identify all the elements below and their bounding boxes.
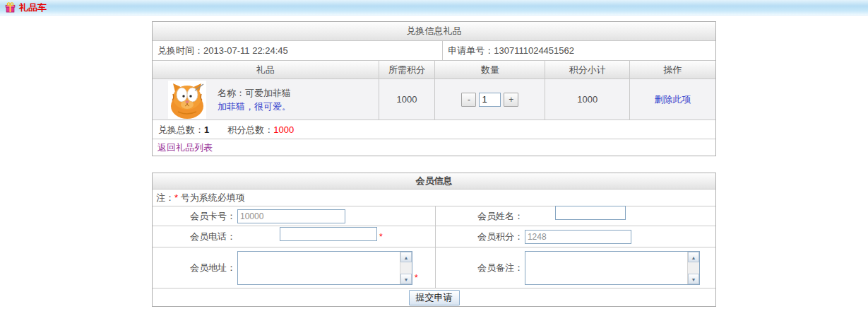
back-link-row: 返回礼品列表 xyxy=(153,139,715,156)
total-points-value: 1000 xyxy=(273,124,294,135)
back-to-gift-list-link[interactable]: 返回礼品列表 xyxy=(157,142,213,153)
gift-detail-link[interactable]: 加菲猫，很可爱。 xyxy=(218,101,291,112)
member-remark-cell: 会员备注： ▲ ▼ xyxy=(436,247,715,288)
member-row-phone-points: 会员电话： * 会员积分： xyxy=(153,226,715,247)
member-row-card-name: 会员卡号： 会员姓名： xyxy=(153,206,715,226)
gift-description: 名称：可爱加菲猫 加菲猫，很可爱。 xyxy=(218,86,291,113)
totals-row: 兑换总数：1积分总数：1000 xyxy=(153,119,715,139)
gift-item-row: 名称：可爱加菲猫 加菲猫，很可爱。 1000 - + 1000 删除此项 xyxy=(153,78,715,119)
exchange-time-cell: 兑换时间：2013-07-11 22:24:45 xyxy=(153,41,443,60)
member-table-title: 会员信息 xyxy=(153,173,715,189)
card-number-input xyxy=(237,209,345,223)
note-prefix: 注： xyxy=(156,192,174,203)
member-remark-label: 会员备注： xyxy=(436,262,523,274)
column-header-operation: 操作 xyxy=(629,61,715,78)
required-points-cell: 1000 xyxy=(379,79,435,119)
address-required-star: * xyxy=(415,273,418,283)
delete-item-link[interactable]: 删除此项 xyxy=(655,93,691,106)
quantity-plus-button[interactable]: + xyxy=(504,93,518,107)
gift-item-photo xyxy=(168,81,206,119)
card-number-cell: 会员卡号： xyxy=(153,206,436,226)
member-points-cell: 会员积分： xyxy=(436,226,715,247)
phone-required-star: * xyxy=(379,232,383,242)
operation-cell: 删除此项 xyxy=(629,79,715,119)
gift-name-label: 名称： xyxy=(218,88,245,98)
order-number-label: 申请单号： xyxy=(448,45,494,56)
scroll-up-icon[interactable]: ▲ xyxy=(400,252,412,262)
order-number-value: 1307111024451562 xyxy=(494,45,574,56)
address-scrollbar[interactable]: ▲ ▼ xyxy=(400,252,412,284)
scroll-down-icon[interactable]: ▼ xyxy=(688,274,699,284)
member-name-cell: 会员姓名： xyxy=(436,206,715,226)
submit-application-button[interactable]: 提交申请 xyxy=(409,290,460,305)
column-header-subtotal: 积分小计 xyxy=(545,61,629,78)
member-name-input[interactable] xyxy=(555,206,626,220)
column-header-gift: 礼品 xyxy=(153,61,379,78)
titlebar: 礼品车 xyxy=(0,0,868,16)
gift-name: 可爱加菲猫 xyxy=(245,88,291,98)
scroll-down-icon[interactable]: ▼ xyxy=(400,274,412,284)
note-text: 号为系统必填项 xyxy=(178,192,245,203)
member-info-table: 会员信息 注：* 号为系统必填项 会员卡号： 会员姓名： 会员电话： * 会员积… xyxy=(152,173,716,307)
member-remark-textarea[interactable] xyxy=(525,252,687,284)
quantity-minus-button[interactable]: - xyxy=(461,93,476,107)
exchange-meta-row: 兑换时间：2013-07-11 22:24:45 申请单号：1307111024… xyxy=(153,40,715,60)
remark-scrollbar[interactable]: ▲ ▼ xyxy=(687,252,699,284)
exchange-header-row: 礼品 所需积分 数量 积分小计 操作 xyxy=(153,60,715,78)
exchange-time-label: 兑换时间： xyxy=(157,45,203,56)
scroll-up-icon[interactable]: ▲ xyxy=(688,252,699,262)
quantity-cell: - + xyxy=(434,79,545,119)
exchange-table-title: 兑换信息礼品 xyxy=(153,22,715,40)
page-title: 礼品车 xyxy=(19,1,47,14)
card-number-label: 会员卡号： xyxy=(153,210,236,223)
member-address-cell: 会员地址： ▲ ▼ * xyxy=(153,247,436,288)
exchange-time-value: 2013-07-11 22:24:45 xyxy=(203,45,288,56)
member-remark-field: ▲ ▼ xyxy=(525,251,700,285)
required-note-row: 注：* 号为系统必填项 xyxy=(153,189,715,206)
total-count-label: 兑换总数： xyxy=(158,124,204,135)
points-subtotal-cell: 1000 xyxy=(545,79,629,119)
member-phone-label: 会员电话： xyxy=(153,231,236,243)
total-count-value: 1 xyxy=(204,124,209,135)
column-header-required-points: 所需积分 xyxy=(379,61,435,78)
submit-row: 提交申请 xyxy=(153,288,715,306)
member-phone-input[interactable] xyxy=(280,227,377,241)
member-address-textarea[interactable] xyxy=(238,252,400,284)
gift-icon xyxy=(5,2,16,13)
quantity-input[interactable] xyxy=(479,93,501,107)
member-name-label: 会员姓名： xyxy=(436,210,523,223)
gift-cell: 名称：可爱加菲猫 加菲猫，很可爱。 xyxy=(153,79,379,119)
member-address-label: 会员地址： xyxy=(153,262,236,274)
member-address-field: ▲ ▼ xyxy=(237,251,412,285)
member-phone-cell: 会员电话： * xyxy=(153,226,436,247)
order-number-cell: 申请单号：1307111024451562 xyxy=(443,41,715,60)
member-points-input xyxy=(525,230,631,244)
member-points-label: 会员积分： xyxy=(436,231,523,243)
total-points-label: 积分总数： xyxy=(227,124,273,135)
exchange-info-table: 兑换信息礼品 兑换时间：2013-07-11 22:24:45 申请单号：130… xyxy=(152,21,716,156)
member-row-address-remark: 会员地址： ▲ ▼ * 会员备注： ▲ ▼ xyxy=(153,247,715,288)
column-header-quantity: 数量 xyxy=(434,61,545,78)
